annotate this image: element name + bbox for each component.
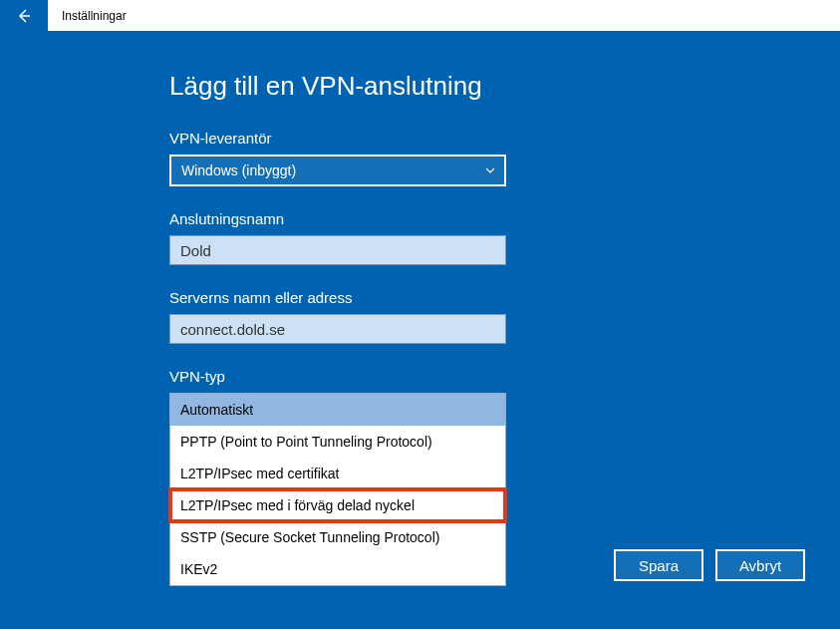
footer-buttons: Spara Avbryt (614, 549, 805, 581)
titlebar: Inställningar (0, 0, 840, 31)
vpn-type-label: VPN-typ (169, 368, 840, 385)
content-area: Lägg till en VPN-anslutning VPN-leverant… (0, 31, 840, 586)
field-vpn-provider: VPN-leverantör Windows (inbyggt) (169, 130, 840, 186)
field-connection-name: Anslutningsnamn Dold (169, 210, 840, 265)
provider-dropdown[interactable]: Windows (inbyggt) (169, 155, 506, 186)
server-label: Serverns namn eller adress (169, 289, 840, 306)
connection-name-input[interactable]: Dold (169, 235, 506, 265)
server-value: connect.dold.se (180, 321, 285, 338)
vpn-type-option-label: PPTP (Point to Point Tunneling Protocol) (180, 434, 432, 450)
vpn-type-option-label: Automatiskt (180, 402, 253, 418)
server-input[interactable]: connect.dold.se (169, 314, 506, 344)
vpn-type-option-pptp[interactable]: PPTP (Point to Point Tunneling Protocol) (170, 426, 505, 458)
provider-dropdown-value: Windows (inbyggt) (181, 162, 296, 178)
vpn-type-option-label: L2TP/IPsec med i förväg delad nyckel (180, 497, 415, 513)
back-arrow-icon (16, 8, 32, 24)
field-server: Serverns namn eller adress connect.dold.… (169, 289, 840, 344)
cancel-button-label: Avbryt (739, 557, 781, 574)
save-button-label: Spara (639, 557, 679, 574)
save-button[interactable]: Spara (614, 549, 703, 581)
vpn-type-dropdown-list: Automatiskt PPTP (Point to Point Tunneli… (169, 393, 506, 586)
vpn-type-option-label: IKEv2 (180, 561, 217, 577)
vpn-type-option-l2tp-psk[interactable]: L2TP/IPsec med i förväg delad nyckel (170, 489, 505, 521)
vpn-type-option-sstp[interactable]: SSTP (Secure Socket Tunneling Protocol) (170, 521, 505, 553)
vpn-type-option-l2tp-cert[interactable]: L2TP/IPsec med certifikat (170, 458, 505, 489)
connection-name-value: Dold (180, 242, 211, 259)
vpn-type-option-label: L2TP/IPsec med certifikat (180, 466, 340, 481)
page-title: Lägg till en VPN-anslutning (169, 71, 840, 102)
vpn-type-option-label: SSTP (Secure Socket Tunneling Protocol) (180, 529, 439, 545)
chevron-down-icon (484, 164, 496, 176)
back-button[interactable] (0, 0, 48, 31)
connection-name-label: Anslutningsnamn (169, 210, 840, 227)
provider-label: VPN-leverantör (169, 130, 840, 147)
cancel-button[interactable]: Avbryt (715, 549, 805, 581)
vpn-type-option-ikev2[interactable]: IKEv2 (170, 553, 505, 585)
titlebar-label: Inställningar (62, 9, 127, 23)
vpn-type-option-automatiskt[interactable]: Automatiskt (170, 394, 505, 426)
